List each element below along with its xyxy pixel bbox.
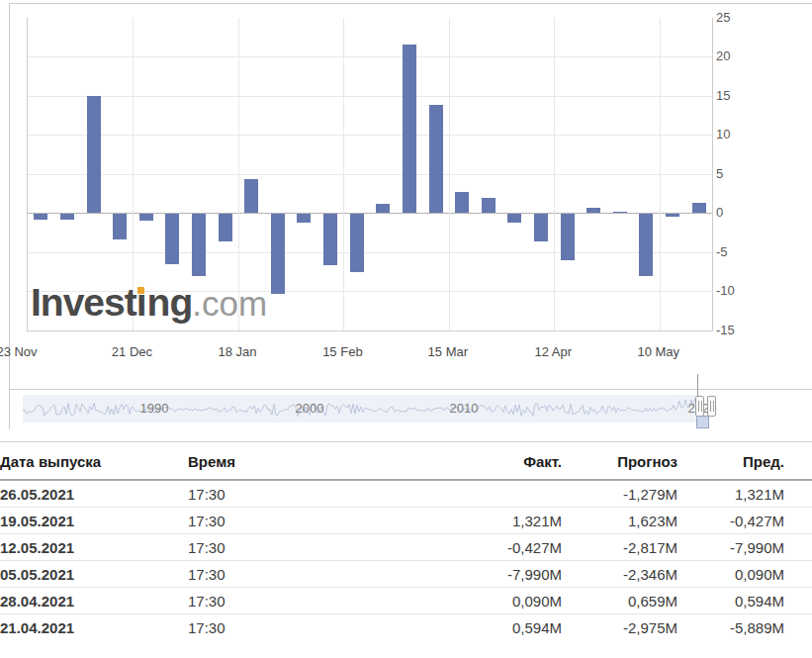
timeline-navigator[interactable] — [23, 395, 697, 423]
navigator-top-border — [10, 389, 812, 390]
bar[interactable] — [87, 96, 101, 214]
cell-forecast: -2,817M — [562, 534, 677, 561]
bar[interactable] — [692, 203, 706, 213]
col-header-time: Время — [188, 442, 364, 481]
bar[interactable] — [297, 214, 311, 223]
cell-time: 17:30 — [188, 534, 364, 561]
cell-date: 12.05.2021 — [0, 534, 188, 561]
zero-line — [28, 213, 712, 214]
grid-line-h — [28, 252, 712, 253]
chart-module: 2520151050-5-10-15 23 Nov21 Dec18 Jan15 … — [9, 3, 812, 429]
y-axis-label: -15 — [716, 323, 760, 337]
cell-time: 17:30 — [188, 588, 364, 614]
bar[interactable] — [666, 214, 679, 217]
bar[interactable] — [350, 214, 364, 272]
y-axis-label: 0 — [716, 205, 760, 220]
cell-date: 28.04.2021 — [0, 588, 188, 614]
y-axis-label: -5 — [716, 244, 760, 259]
bar[interactable] — [586, 208, 600, 213]
bar[interactable] — [429, 105, 443, 213]
navigator-scrollbar-thumb[interactable] — [696, 416, 709, 428]
cell-spacer — [784, 508, 812, 534]
x-axis-label: 21 Dec — [112, 344, 152, 359]
col-header-forecast: Прогноз — [562, 442, 677, 481]
col-header-spacer — [784, 442, 812, 481]
col-header-actual: Факт. — [364, 442, 562, 481]
navigator-year-label: 2000 — [296, 401, 324, 416]
bar[interactable] — [60, 214, 74, 220]
grid-line-h — [28, 96, 712, 97]
cell-forecast: 0,659M — [562, 588, 677, 614]
bar[interactable] — [244, 179, 258, 213]
grid-line-h — [28, 56, 712, 57]
cell-previous: -5,889M — [677, 614, 784, 641]
navigator-handle-right[interactable] — [707, 396, 716, 417]
table-row: 26.05.202117:30-1,279M1,321M — [0, 480, 812, 508]
table-row: 28.04.202117:300,090M0,659M0,594M — [0, 588, 812, 614]
bar[interactable] — [165, 214, 179, 264]
table-header-row: Дата выпуска Время Факт. Прогноз Пред. — [0, 442, 812, 481]
navigator-handle-left[interactable] — [695, 396, 704, 417]
bar[interactable] — [455, 192, 469, 213]
logo-i-dot-icon — [137, 287, 144, 294]
bar[interactable] — [613, 212, 627, 213]
grid-line-h — [28, 135, 712, 136]
y-axis-label: 5 — [716, 166, 760, 181]
cell-actual: 0,594M — [364, 614, 562, 641]
bar[interactable] — [139, 214, 153, 221]
col-header-previous: Пред. — [677, 442, 784, 481]
grid-line-v — [660, 18, 661, 330]
bar[interactable] — [561, 214, 575, 260]
cell-actual: 1,321M — [364, 508, 562, 534]
bar[interactable] — [376, 204, 390, 213]
cell-previous: 0,594M — [677, 588, 784, 614]
cell-spacer — [784, 588, 812, 614]
bar[interactable] — [323, 214, 337, 265]
bar[interactable] — [113, 214, 127, 239]
bar[interactable] — [192, 214, 206, 276]
grid-line-v — [554, 18, 555, 330]
cell-spacer — [784, 480, 812, 508]
bar[interactable] — [219, 214, 232, 241]
bar[interactable] — [403, 45, 416, 213]
x-axis-label: 23 Nov — [0, 344, 38, 359]
cell-previous: -0,427M — [677, 508, 784, 534]
navigator-year-label: 1990 — [140, 401, 169, 416]
x-axis-label: 15 Mar — [428, 344, 468, 359]
cell-date: 26.05.2021 — [0, 480, 188, 508]
grid-line-h — [28, 174, 712, 175]
cell-time: 17:30 — [188, 614, 364, 641]
y-axis-label: 20 — [716, 48, 760, 63]
table-row: 21.04.202117:300,594M-2,975M-5,889M — [0, 614, 812, 641]
history-table: Дата выпуска Время Факт. Прогноз Пред. 2… — [0, 441, 812, 640]
cell-date: 21.04.2021 — [0, 614, 188, 641]
x-axis-label: 12 Apr — [535, 344, 573, 359]
logo-text-invest: Invest — [31, 281, 136, 324]
cell-spacer — [784, 561, 812, 588]
grid-line-v — [343, 18, 344, 330]
y-axis-label: 15 — [716, 88, 760, 103]
x-axis-label: 10 May — [637, 344, 679, 359]
x-axis-label: 18 Jan — [218, 344, 256, 359]
cell-previous: 1,321M — [677, 480, 784, 508]
cell-forecast: 1,623M — [562, 508, 677, 534]
bar[interactable] — [34, 214, 47, 220]
bar[interactable] — [507, 214, 521, 223]
logo-text-com: .com — [192, 284, 267, 323]
bar[interactable] — [482, 198, 496, 213]
cell-actual: -0,427M — [364, 534, 562, 561]
x-axis-label: 15 Feb — [322, 344, 362, 359]
grid-line-v — [449, 18, 450, 330]
cell-time: 17:30 — [188, 508, 364, 534]
cell-actual — [364, 480, 562, 508]
table-row: 05.05.202117:30-7,990M-2,346M0,090M — [0, 561, 812, 588]
table-row: 19.05.202117:301,321M1,623M-0,427M — [0, 508, 812, 534]
bar[interactable] — [639, 214, 653, 276]
cell-forecast: -1,279M — [562, 480, 677, 508]
y-axis-label: 25 — [716, 10, 760, 25]
cell-time: 17:30 — [188, 561, 364, 588]
bar[interactable] — [271, 214, 285, 294]
y-axis-label: -10 — [716, 283, 760, 298]
navigator-year-label: 2010 — [450, 401, 479, 416]
bar[interactable] — [534, 214, 548, 241]
